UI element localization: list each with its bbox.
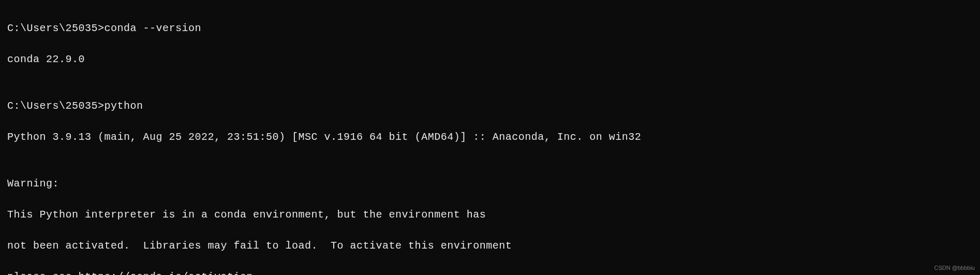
watermark-text: CSDN @bbbbiu (934, 264, 975, 272)
shell-prompt: C:\Users\25035> (7, 22, 105, 34)
terminal-output[interactable]: C:\Users\25035>conda --version conda 22.… (7, 5, 973, 275)
output-line: Python 3.9.13 (main, Aug 25 2022, 23:51:… (7, 129, 973, 145)
shell-prompt: C:\Users\25035> (7, 100, 105, 112)
command-text: conda --version (105, 22, 202, 34)
output-line: This Python interpreter is in a conda en… (7, 207, 973, 223)
output-line: Warning: (7, 176, 973, 192)
output-line: not been activated. Libraries may fail t… (7, 238, 973, 254)
output-line: please see https://conda.io/activation (7, 269, 973, 275)
command-text: python (105, 100, 143, 112)
output-line: conda 22.9.0 (7, 52, 973, 67)
